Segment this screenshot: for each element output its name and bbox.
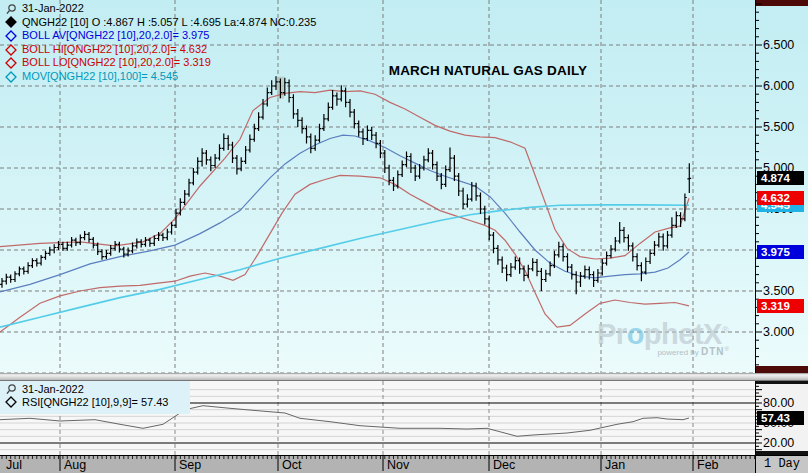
legend-row-quote[interactable]: QNGH22 [10] O :4.867 H :5.057 L :4.695 L… bbox=[4, 16, 364, 30]
rsi-legend-date-row[interactable]: 31-Jan-2022 bbox=[4, 382, 304, 396]
diamond-outline-icon bbox=[4, 396, 19, 408]
magnifier-icon[interactable] bbox=[4, 3, 19, 15]
month-label-aug: Aug bbox=[64, 458, 86, 472]
chart-title: MARCH NATURAL GAS DAILY bbox=[328, 63, 648, 78]
legend-row-label: QNGH22 [10] O :4.867 H :5.057 L :4.695 L… bbox=[22, 16, 316, 30]
month-label-sep: Sep bbox=[179, 458, 201, 472]
rsi-study-label: RSI[QNGH22 [10],9,9]= 57.43 bbox=[22, 395, 168, 409]
month-label-oct: Oct bbox=[282, 458, 301, 472]
overlay-mov-100 bbox=[0, 205, 689, 327]
boll-hi-badge: 4.632 bbox=[757, 191, 804, 205]
time-axis-ticks bbox=[0, 456, 755, 473]
diamond-outline-icon bbox=[4, 44, 19, 56]
legend-row-label: BOLL LO[QNGH22 [10],20,2.0]= 3.319 bbox=[22, 56, 211, 70]
rsi-study-row[interactable]: RSI[QNGH22 [10],9,9]= 57.43 bbox=[4, 396, 304, 410]
rsi-panel[interactable]: 31-Jan-2022 RSI[QNGH22 [10],9,9]= 57.43 bbox=[0, 381, 755, 455]
month-label-jan: Jan bbox=[605, 458, 625, 472]
legend-date: 31-Jan-2022 bbox=[22, 2, 84, 16]
magnifier-icon[interactable] bbox=[4, 383, 19, 395]
month-label-jul: Jul bbox=[6, 458, 22, 472]
legend-row-label: BOLL AV[QNGH22 [10],20,2.0]= 3.975 bbox=[22, 29, 209, 43]
diamond-outline-icon bbox=[4, 71, 19, 83]
price-axis-label: 6.500 bbox=[763, 38, 794, 52]
time-axis[interactable]: JulAugSepOctNovDecJanFeb bbox=[0, 455, 755, 473]
diamond-outline-icon bbox=[4, 57, 19, 69]
legend-row-boll-hi[interactable]: BOLL HI[QNGH22 [10],20,2.0]= 4.632 bbox=[4, 43, 364, 57]
price-axis-strip[interactable]: 6.5006.0005.5005.0004.5004.0003.5003.000… bbox=[755, 0, 808, 373]
study-legend: 31-Jan-2022 QNGH22 [10] O :4.867 H :5.05… bbox=[4, 2, 364, 84]
prophetx-chart-window: MARCH NATURAL GAS DAILY ProphetX® powere… bbox=[0, 0, 808, 473]
legend-date-row[interactable]: 31-Jan-2022 bbox=[4, 2, 364, 16]
price-axis-label: 5.500 bbox=[763, 120, 794, 134]
boll-lo-badge: 3.319 bbox=[757, 299, 804, 313]
rsi-value-badge: 57.43 bbox=[757, 411, 804, 425]
diamond-filled-icon bbox=[4, 16, 19, 28]
legend-row-boll-lo[interactable]: BOLL LO[QNGH22 [10],20,2.0]= 3.319 bbox=[4, 56, 364, 70]
rsi-axis-label: 80.00 bbox=[763, 396, 794, 410]
boll-av-badge: 3.975 bbox=[757, 245, 804, 259]
price-axis-label: 3.000 bbox=[763, 325, 794, 339]
overlay-boll-hi bbox=[0, 90, 689, 259]
overlay-boll-lo bbox=[0, 175, 689, 332]
legend-row-boll-av[interactable]: BOLL AV[QNGH22 [10],20,2.0]= 3.975 bbox=[4, 29, 364, 43]
price-chart-panel[interactable]: MARCH NATURAL GAS DAILY ProphetX® powere… bbox=[0, 0, 755, 373]
month-label-nov: Nov bbox=[387, 458, 409, 472]
month-label-feb: Feb bbox=[697, 458, 719, 472]
month-label-dec: Dec bbox=[493, 458, 515, 472]
last-price-badge: 4.874 bbox=[757, 171, 804, 185]
price-axis-label: 6.000 bbox=[763, 79, 794, 93]
price-axis-ticks bbox=[756, 0, 808, 373]
rsi-legend-date: 31-Jan-2022 bbox=[22, 382, 84, 396]
rsi-axis-strip[interactable]: 80.0050.0020.00 57.43 bbox=[755, 381, 808, 455]
legend-row-label: MOV[QNGH22 [10],100]= 4.545 bbox=[22, 70, 178, 84]
overlay-boll-av bbox=[0, 135, 689, 292]
diamond-outline-icon bbox=[4, 30, 19, 42]
timeframe-cell[interactable]: 1 Day bbox=[755, 455, 808, 473]
panel-splitter[interactable] bbox=[0, 373, 808, 381]
price-axis-label: 3.500 bbox=[763, 284, 794, 298]
legend-row-label: BOLL HI[QNGH22 [10],20,2.0]= 4.632 bbox=[22, 43, 207, 57]
rsi-legend: 31-Jan-2022 RSI[QNGH22 [10],9,9]= 57.43 bbox=[4, 382, 304, 409]
legend-row-mov[interactable]: MOV[QNGH22 [10],100]= 4.545 bbox=[4, 70, 364, 84]
rsi-axis-label: 20.00 bbox=[763, 436, 794, 450]
ohlc-bars bbox=[0, 76, 691, 294]
